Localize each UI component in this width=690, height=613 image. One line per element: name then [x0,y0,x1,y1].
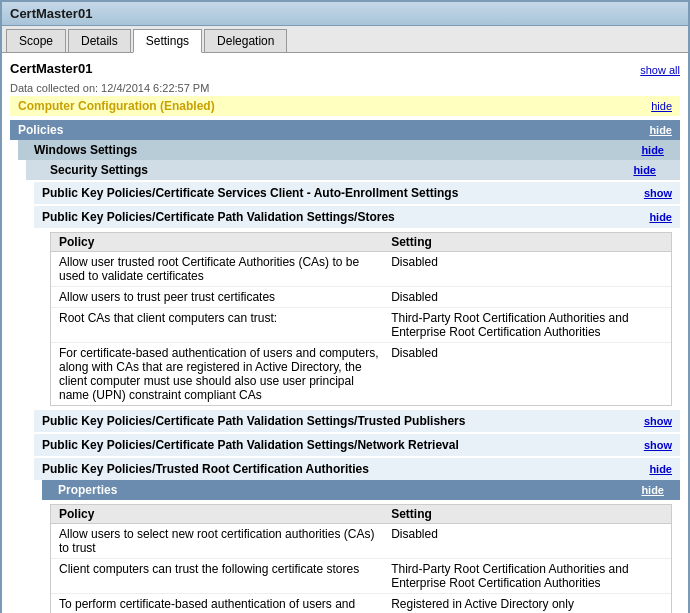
properties-label: Properties [58,483,117,497]
trusted-publishers-label: Public Key Policies/Certificate Path Val… [42,414,465,428]
auto-enrollment-label: Public Key Policies/Certificate Services… [42,186,458,200]
tab-details[interactable]: Details [68,29,131,52]
auto-enrollment-row: Public Key Policies/Certificate Services… [34,182,680,204]
network-retrieval-row: Public Key Policies/Certificate Path Val… [34,434,680,456]
policy-col-header: Policy [59,507,391,521]
trusted-root-cas-label: Public Key Policies/Trusted Root Certifi… [42,462,369,476]
tab-settings[interactable]: Settings [133,29,202,53]
comp-config-label: Computer Configuration (Enabled) [18,99,215,113]
trusted-root-cas-link[interactable]: hide [649,463,672,475]
trusted-root-cas-row: Public Key Policies/Trusted Root Certifi… [34,458,680,480]
row-setting: Disabled [391,346,663,402]
trusted-publishers-row: Public Key Policies/Certificate Path Val… [34,410,680,432]
properties-policy-table: Policy Setting Allow users to select new… [50,504,672,613]
cert-title: CertMaster01 [10,61,92,76]
policies-hide-link[interactable]: hide [649,124,672,136]
row-setting: Third-Party Root Certification Authoriti… [391,311,663,339]
network-retrieval-link[interactable]: show [644,439,672,451]
table-row: Allow users to trust peer trust certific… [51,287,671,308]
windows-settings-header: Windows Settings hide [18,140,680,160]
path-validation-stores-label: Public Key Policies/Certificate Path Val… [42,210,395,224]
table-row: Allow users to select new root certifica… [51,524,671,559]
table-row: To perform certificate-based authenticat… [51,594,671,613]
windows-settings-label: Windows Settings [34,143,137,157]
network-retrieval-label: Public Key Policies/Certificate Path Val… [42,438,459,452]
security-settings-header: Security Settings hide [26,160,680,180]
row-policy: Allow users to select new root certifica… [59,527,391,555]
title-bar: CertMaster01 [2,2,688,26]
comp-config-hide-link[interactable]: hide [651,100,672,112]
row-policy: For certificate-based authentication of … [59,346,391,402]
table-row: For certificate-based authentication of … [51,343,671,405]
tab-scope[interactable]: Scope [6,29,66,52]
row-setting: Registered in Active Directory only [391,597,663,613]
trusted-publishers-link[interactable]: show [644,415,672,427]
properties-header: Properties hide [42,480,680,500]
policies-header: Policies hide [10,120,680,140]
table-row: Client computers can trust the following… [51,559,671,594]
windows-settings-hide-link[interactable]: hide [641,144,664,156]
tab-delegation[interactable]: Delegation [204,29,287,52]
auto-enrollment-link[interactable]: show [644,187,672,199]
table-row: Allow user trusted root Certificate Auth… [51,252,671,287]
policy-col-header: Policy [59,235,391,249]
properties-hide-link[interactable]: hide [641,484,664,496]
setting-col-header: Setting [391,235,663,249]
path-validation-stores-row: Public Key Policies/Certificate Path Val… [34,206,680,228]
row-setting: Disabled [391,290,663,304]
row-policy: Allow user trusted root Certificate Auth… [59,255,391,283]
row-setting: Disabled [391,255,663,283]
row-policy: Allow users to trust peer trust certific… [59,290,391,304]
row-policy: To perform certificate-based authenticat… [59,597,391,613]
main-window: CertMaster01 Scope Details Settings Dele… [0,0,690,613]
cert-header-row: CertMaster01 show all [10,61,680,78]
show-all-link[interactable]: show all [640,64,680,76]
setting-col-header: Setting [391,507,663,521]
tab-bar: Scope Details Settings Delegation [2,26,688,53]
path-validation-stores-link[interactable]: hide [649,211,672,223]
table-row: Root CAs that client computers can trust… [51,308,671,343]
row-setting: Disabled [391,527,663,555]
row-policy: Root CAs that client computers can trust… [59,311,391,339]
content-area: CertMaster01 show all Data collected on:… [2,53,688,613]
properties-table-header: Policy Setting [51,505,671,524]
row-setting: Third-Party Root Certification Authoriti… [391,562,663,590]
data-collected: Data collected on: 12/4/2014 6:22:57 PM [10,82,680,94]
security-settings-label: Security Settings [50,163,148,177]
policies-label: Policies [18,123,63,137]
security-settings-hide-link[interactable]: hide [633,164,656,176]
row-policy: Client computers can trust the following… [59,562,391,590]
stores-table-header: Policy Setting [51,233,671,252]
stores-policy-table: Policy Setting Allow user trusted root C… [50,232,672,406]
window-title: CertMaster01 [10,6,92,21]
comp-config-row: Computer Configuration (Enabled) hide [10,96,680,116]
